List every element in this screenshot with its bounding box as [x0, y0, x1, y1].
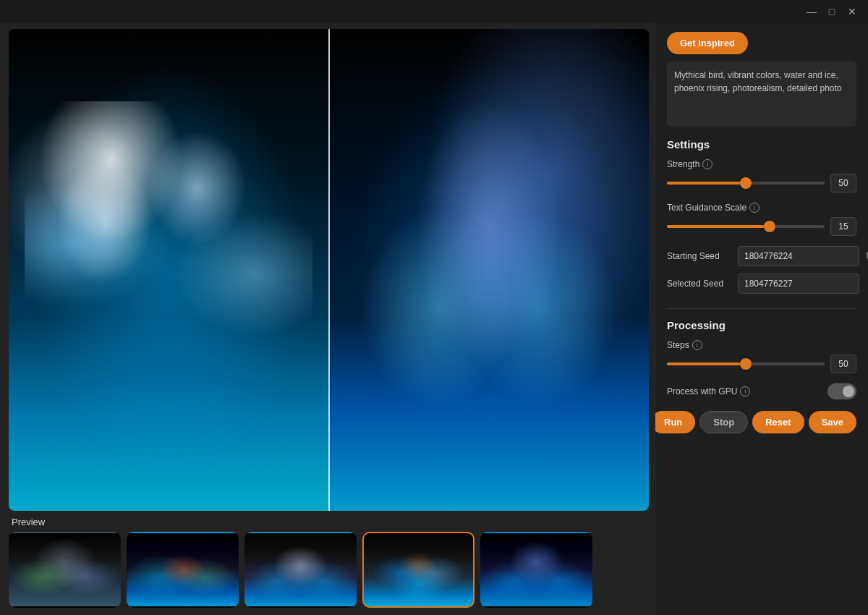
- text-guidance-value-display: 15: [830, 217, 856, 236]
- selected-seed-label: Selected Seed: [667, 279, 732, 289]
- starting-seed-row: Starting Seed ↻: [667, 246, 856, 266]
- compare-divider[interactable]: [328, 29, 330, 511]
- strength-setting: Strength i 50: [667, 159, 856, 192]
- steps-slider-track[interactable]: [667, 362, 825, 365]
- steps-slider-row: 50: [667, 355, 856, 373]
- selected-seed-row: Selected Seed: [667, 273, 856, 294]
- text-guidance-slider-track[interactable]: [667, 225, 825, 228]
- close-button[interactable]: ✕: [842, 1, 862, 22]
- steps-slider-fill: [667, 362, 746, 365]
- image-viewer: [9, 29, 649, 511]
- steps-label: Steps i: [667, 340, 856, 350]
- selected-seed-input[interactable]: [738, 273, 859, 294]
- strength-value-display: 50: [830, 174, 856, 192]
- preview-label: Preview: [9, 517, 649, 527]
- text-guidance-setting: Text Guidance Scale i 15: [667, 203, 856, 236]
- run-button[interactable]: Run: [655, 411, 695, 433]
- preview-strip: [9, 532, 649, 609]
- image-canvas: [9, 29, 649, 511]
- strength-slider-thumb[interactable]: [740, 177, 752, 189]
- strength-slider-row: 50: [667, 174, 856, 192]
- strength-info-icon[interactable]: i: [702, 159, 712, 169]
- gpu-label: Process with GPU i: [667, 386, 750, 396]
- steps-setting: Steps i 50: [667, 340, 856, 373]
- right-panel: Get Inspired Mythical bird, vibrant colo…: [655, 23, 868, 615]
- steps-slider-thumb[interactable]: [740, 358, 752, 370]
- preview-section: Preview: [9, 517, 649, 609]
- save-button[interactable]: Save: [809, 411, 856, 433]
- processing-title: Processing: [667, 319, 856, 331]
- preview-thumb-1[interactable]: [9, 532, 121, 608]
- preview-thumb-4[interactable]: [362, 532, 475, 608]
- titlebar: — □ ✕: [0, 0, 868, 23]
- gpu-info-icon[interactable]: i: [740, 386, 750, 396]
- left-panel: Preview: [0, 23, 655, 615]
- starting-seed-input[interactable]: [738, 246, 859, 266]
- get-inspired-button[interactable]: Get Inspired: [667, 32, 748, 54]
- text-guidance-slider-fill: [667, 225, 770, 228]
- original-image: [9, 29, 329, 511]
- steps-info-icon[interactable]: i: [692, 340, 702, 350]
- toggle-knob: [843, 386, 854, 397]
- strength-slider-track[interactable]: [667, 182, 825, 184]
- steps-value-display: 50: [830, 355, 856, 373]
- main-layout: Preview Get Inspired Mythical bird, vibr…: [0, 23, 868, 615]
- maximize-button[interactable]: □: [822, 1, 842, 22]
- action-bar: Run Stop Reset Save: [667, 411, 856, 433]
- text-guidance-info-icon[interactable]: i: [749, 203, 760, 213]
- text-guidance-slider-row: 15: [667, 217, 856, 236]
- preview-thumb-2[interactable]: [127, 532, 239, 608]
- settings-title: Settings: [667, 138, 856, 150]
- reset-button[interactable]: Reset: [752, 411, 804, 433]
- processed-image: [329, 29, 650, 511]
- starting-seed-label: Starting Seed: [667, 251, 732, 261]
- preview-thumb-5[interactable]: [480, 532, 592, 608]
- divider-1: [667, 308, 856, 309]
- strength-slider-fill: [667, 182, 746, 184]
- preview-thumb-3[interactable]: [244, 532, 357, 608]
- text-guidance-slider-thumb[interactable]: [764, 221, 775, 232]
- strength-label: Strength i: [667, 159, 856, 169]
- gpu-toggle[interactable]: [827, 383, 856, 399]
- gpu-row: Process with GPU i: [667, 383, 856, 399]
- text-guidance-label: Text Guidance Scale i: [667, 203, 856, 213]
- processing-section: Processing Steps i 50 Process: [667, 319, 856, 399]
- refresh-seed-button[interactable]: ↻: [865, 247, 868, 266]
- stop-button[interactable]: Stop: [699, 411, 748, 433]
- minimize-button[interactable]: —: [801, 1, 822, 22]
- prompt-textarea[interactable]: Mythical bird, vibrant colors, water and…: [667, 62, 856, 127]
